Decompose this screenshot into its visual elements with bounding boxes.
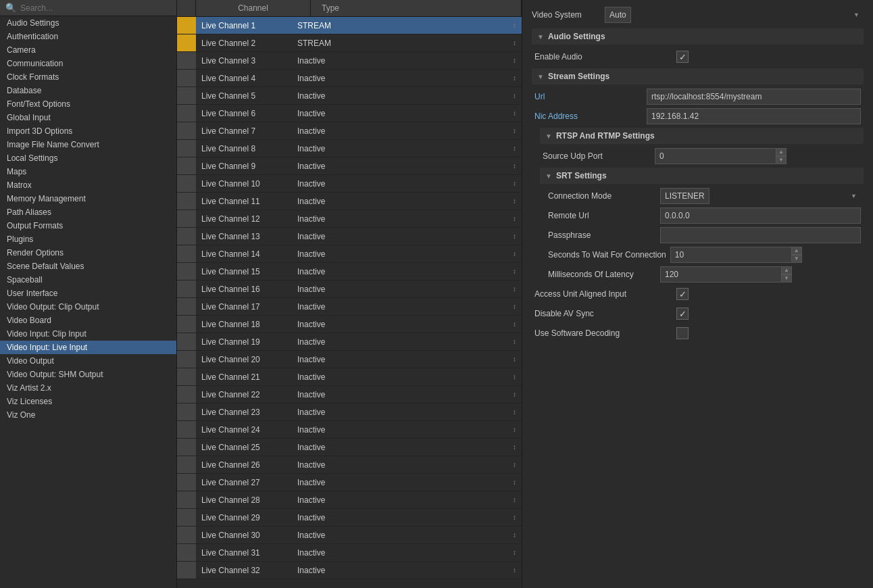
- sidebar-item-10[interactable]: Local Settings: [0, 151, 176, 165]
- channel-row[interactable]: Live Channel 25Inactive↕: [177, 439, 522, 456]
- disable-av-sync-checkbox[interactable]: [676, 308, 689, 320]
- sidebar-item-24[interactable]: Video Input: Live Input: [0, 341, 176, 354]
- channel-type-dropdown-arrow[interactable]: ↕: [513, 145, 516, 152]
- channel-type-dropdown-arrow[interactable]: ↕: [513, 180, 516, 187]
- channel-row[interactable]: Live Channel 24Inactive↕: [177, 421, 522, 439]
- channel-row[interactable]: Live Channel 11Inactive↕: [177, 193, 522, 210]
- seconds-wait-increment[interactable]: ▲: [791, 247, 802, 255]
- channel-row[interactable]: Live Channel 7Inactive↕: [177, 122, 522, 140]
- channel-row[interactable]: Live Channel 1STREAM↕: [177, 17, 522, 34]
- channel-row[interactable]: Live Channel 15Inactive↕: [177, 263, 522, 280]
- sidebar-item-17[interactable]: Render Options: [0, 246, 176, 260]
- channel-row[interactable]: Live Channel 22Inactive↕: [177, 386, 522, 403]
- sidebar-item-7[interactable]: Global Input: [0, 111, 176, 124]
- seconds-wait-input[interactable]: [670, 247, 792, 263]
- channel-type-dropdown-arrow[interactable]: ↕: [513, 109, 516, 117]
- channel-type-dropdown-arrow[interactable]: ↕: [513, 268, 516, 275]
- channel-row[interactable]: Live Channel 28Inactive↕: [177, 491, 522, 509]
- channel-row[interactable]: Live Channel 6Inactive↕: [177, 105, 522, 122]
- channel-row[interactable]: Live Channel 29Inactive↕: [177, 509, 522, 526]
- source-udp-port-increment[interactable]: ▲: [776, 148, 787, 156]
- source-udp-port-input[interactable]: [655, 148, 776, 164]
- channel-row[interactable]: Live Channel 20Inactive↕: [177, 351, 522, 368]
- sidebar-item-28[interactable]: Viz Licenses: [0, 395, 176, 408]
- sidebar-item-22[interactable]: Video Board: [0, 314, 176, 327]
- channel-row[interactable]: Live Channel 9Inactive↕: [177, 157, 522, 175]
- channel-row[interactable]: Live Channel 21Inactive↕: [177, 368, 522, 386]
- sidebar-item-18[interactable]: Scene Default Values: [0, 260, 176, 273]
- channel-row[interactable]: Live Channel 32Inactive↕: [177, 562, 522, 579]
- channel-type-dropdown-arrow[interactable]: ↕: [513, 74, 516, 82]
- url-input[interactable]: [647, 89, 861, 105]
- audio-settings-section-header[interactable]: ▼ Audio Settings: [532, 28, 864, 45]
- channel-type-dropdown-arrow[interactable]: ↕: [513, 92, 516, 99]
- sidebar-item-20[interactable]: User Interface: [0, 287, 176, 300]
- sidebar-item-2[interactable]: Camera: [0, 43, 176, 57]
- channel-type-dropdown-arrow[interactable]: ↕: [513, 22, 516, 29]
- channel-type-dropdown-arrow[interactable]: ↕: [513, 426, 516, 433]
- connection-mode-select[interactable]: LISTENER: [660, 188, 709, 204]
- channel-row[interactable]: Live Channel 18Inactive↕: [177, 316, 522, 333]
- srt-settings-section-header[interactable]: ▼ SRT Settings: [540, 168, 864, 184]
- channel-type-dropdown-arrow[interactable]: ↕: [513, 232, 516, 240]
- channel-type-dropdown-arrow[interactable]: ↕: [513, 531, 516, 539]
- channel-type-dropdown-arrow[interactable]: ↕: [513, 461, 516, 468]
- channel-type-dropdown-arrow[interactable]: ↕: [513, 408, 516, 416]
- sidebar-item-5[interactable]: Database: [0, 84, 176, 97]
- source-udp-port-decrement[interactable]: ▼: [776, 156, 787, 164]
- channel-row[interactable]: Live Channel 23Inactive↕: [177, 403, 522, 421]
- enable-audio-checkbox[interactable]: [676, 51, 689, 63]
- channel-type-dropdown-arrow[interactable]: ↕: [513, 356, 516, 363]
- channel-type-dropdown-arrow[interactable]: ↕: [513, 285, 516, 293]
- sidebar-item-27[interactable]: Viz Artist 2.x: [0, 381, 176, 395]
- channel-type-dropdown-arrow[interactable]: ↕: [513, 39, 516, 47]
- sidebar-item-1[interactable]: Authentication: [0, 30, 176, 43]
- channel-type-dropdown-arrow[interactable]: ↕: [513, 338, 516, 345]
- channel-type-dropdown-arrow[interactable]: ↕: [513, 373, 516, 381]
- sidebar-item-16[interactable]: Plugins: [0, 232, 176, 246]
- channel-row[interactable]: Live Channel 4Inactive↕: [177, 70, 522, 87]
- seconds-wait-decrement[interactable]: ▼: [791, 255, 802, 263]
- sidebar-item-13[interactable]: Memory Management: [0, 192, 176, 205]
- channel-type-dropdown-arrow[interactable]: ↕: [513, 162, 516, 170]
- channel-type-dropdown-arrow[interactable]: ↕: [513, 391, 516, 398]
- channel-row[interactable]: Live Channel 17Inactive↕: [177, 298, 522, 316]
- ms-latency-decrement[interactable]: ▼: [781, 274, 792, 283]
- channel-row[interactable]: Live Channel 16Inactive↕: [177, 280, 522, 298]
- sidebar-item-14[interactable]: Path Aliases: [0, 205, 176, 219]
- channel-row[interactable]: Live Channel 10Inactive↕: [177, 175, 522, 193]
- rtsp-rtmp-section-header[interactable]: ▼ RTSP And RTMP Settings: [540, 128, 864, 144]
- ms-latency-input[interactable]: [660, 266, 782, 283]
- sidebar-item-4[interactable]: Clock Formats: [0, 70, 176, 84]
- channel-type-dropdown-arrow[interactable]: ↕: [513, 549, 516, 556]
- channel-row[interactable]: Live Channel 5Inactive↕: [177, 87, 522, 105]
- channel-type-dropdown-arrow[interactable]: ↕: [513, 479, 516, 486]
- channel-type-dropdown-arrow[interactable]: ↕: [513, 514, 516, 521]
- channel-type-dropdown-arrow[interactable]: ↕: [513, 197, 516, 205]
- channel-type-dropdown-arrow[interactable]: ↕: [513, 496, 516, 504]
- channel-type-dropdown-arrow[interactable]: ↕: [513, 215, 516, 222]
- channel-type-dropdown-arrow[interactable]: ↕: [513, 443, 516, 451]
- nic-address-input[interactable]: [647, 108, 861, 124]
- sidebar-item-25[interactable]: Video Output: [0, 354, 176, 368]
- channel-row[interactable]: Live Channel 2STREAM↕: [177, 34, 522, 52]
- remote-url-input[interactable]: [660, 207, 861, 224]
- search-input[interactable]: [20, 3, 171, 13]
- use-software-checkbox[interactable]: [676, 327, 689, 339]
- access-unit-checkbox[interactable]: [676, 288, 689, 300]
- channel-row[interactable]: Live Channel 12Inactive↕: [177, 210, 522, 228]
- sidebar-item-8[interactable]: Import 3D Options: [0, 124, 176, 138]
- channel-row[interactable]: Live Channel 3Inactive↕: [177, 52, 522, 70]
- sidebar-item-0[interactable]: Audio Settings: [0, 16, 176, 30]
- stream-settings-section-header[interactable]: ▼ Stream Settings: [532, 68, 864, 84]
- passphrase-input[interactable]: [660, 227, 861, 243]
- channel-row[interactable]: Live Channel 13Inactive↕: [177, 228, 522, 245]
- sidebar-item-15[interactable]: Output Formats: [0, 219, 176, 232]
- channel-type-dropdown-arrow[interactable]: ↕: [513, 566, 516, 574]
- sidebar-item-6[interactable]: Font/Text Options: [0, 97, 176, 111]
- channel-type-dropdown-arrow[interactable]: ↕: [513, 57, 516, 64]
- sidebar-item-29[interactable]: Viz One: [0, 408, 176, 422]
- channel-row[interactable]: Live Channel 8Inactive↕: [177, 140, 522, 157]
- sidebar-item-26[interactable]: Video Output: SHM Output: [0, 368, 176, 381]
- sidebar-item-3[interactable]: Communication: [0, 57, 176, 70]
